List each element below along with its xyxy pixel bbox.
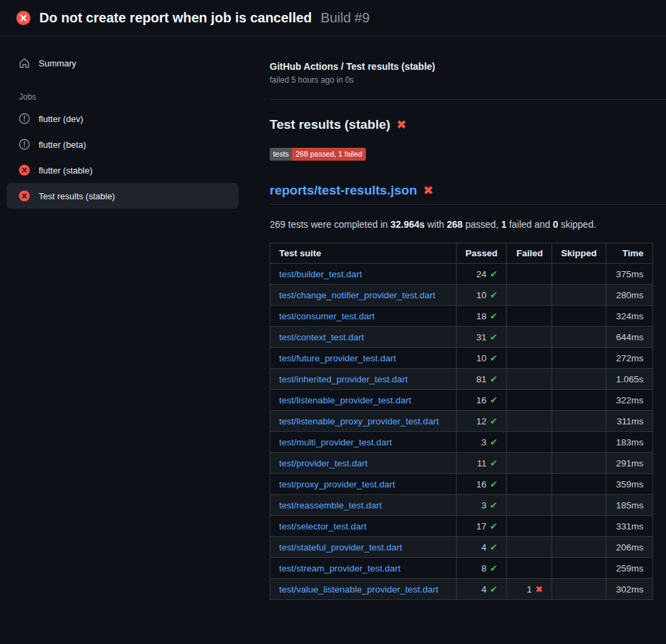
cell-test-suite: test/multi_provider_test.dart bbox=[270, 432, 457, 453]
cell-passed: 81✔ bbox=[457, 369, 507, 390]
sidebar: Summary Jobs flutter (dev)flutter (beta)… bbox=[0, 37, 254, 224]
summary-passed-count: 268 bbox=[447, 219, 463, 230]
test-table-body: test/builder_test.dart24✔375mstest/chang… bbox=[270, 264, 653, 600]
sidebar-job-label: flutter (dev) bbox=[39, 114, 83, 124]
cell-passed: 10✔ bbox=[457, 285, 507, 306]
summary-mid1: with bbox=[425, 219, 447, 230]
sidebar-job-item[interactable]: Test results (stable) bbox=[7, 183, 238, 209]
cell-passed: 8✔ bbox=[457, 558, 507, 579]
cell-skipped bbox=[552, 495, 606, 516]
test-suite-link[interactable]: test/change_notifier_provider_test.dart bbox=[279, 290, 435, 300]
test-suite-link[interactable]: test/multi_provider_test.dart bbox=[279, 437, 392, 447]
cell-passed: 11✔ bbox=[457, 453, 507, 474]
cell-time: 331ms bbox=[606, 516, 652, 537]
table-header-failed: Failed bbox=[507, 243, 552, 264]
test-suite-link[interactable]: test/stream_provider_test.dart bbox=[279, 563, 400, 573]
run-meta: failed 5 hours ago in 0s bbox=[270, 75, 666, 85]
check-icon: ✔ bbox=[490, 331, 497, 342]
test-results-table: Test suitePassedFailedSkippedTime test/b… bbox=[270, 243, 653, 600]
alert-circle-icon bbox=[19, 113, 30, 124]
sidebar-job-item[interactable]: flutter (dev) bbox=[7, 106, 238, 132]
test-suite-link[interactable]: test/listenable_proxy_provider_test.dart bbox=[279, 416, 439, 426]
cell-skipped bbox=[552, 558, 606, 579]
cell-failed bbox=[507, 453, 552, 474]
cell-test-suite: test/provider_test.dart bbox=[270, 453, 457, 474]
cell-failed bbox=[507, 432, 552, 453]
cell-test-suite: test/listenable_provider_test.dart bbox=[270, 390, 457, 411]
cell-skipped bbox=[552, 390, 606, 411]
cell-time: 259ms bbox=[606, 558, 652, 579]
check-icon: ✔ bbox=[490, 437, 497, 447]
cell-time: 291ms bbox=[606, 453, 652, 474]
cell-time: 183ms bbox=[606, 432, 652, 453]
table-row: test/context_test.dart31✔644ms bbox=[270, 327, 653, 348]
run-title: Do not create report when job is cancell… bbox=[39, 10, 312, 26]
sidebar-item-summary[interactable]: Summary bbox=[7, 52, 238, 75]
check-icon: ✔ bbox=[490, 563, 497, 573]
count-value: 10 bbox=[476, 290, 486, 300]
test-suite-link[interactable]: test/selector_test.dart bbox=[279, 521, 367, 531]
summary-duration: 32.964s bbox=[390, 219, 425, 230]
table-row: test/proxy_provider_test.dart16✔359ms bbox=[270, 474, 653, 495]
table-row: test/value_listenable_provider_test.dart… bbox=[270, 579, 653, 600]
test-suite-link[interactable]: test/proxy_provider_test.dart bbox=[279, 479, 395, 489]
test-suite-link[interactable]: test/context_test.dart bbox=[279, 332, 364, 342]
count-value: 4 bbox=[481, 584, 486, 595]
cell-skipped bbox=[552, 474, 606, 495]
table-row: test/stateful_provider_test.dart4✔206ms bbox=[270, 537, 653, 558]
count-value: 16 bbox=[476, 479, 486, 489]
test-suite-link[interactable]: test/inherited_provider_test.dart bbox=[279, 374, 408, 384]
cell-skipped bbox=[552, 537, 606, 558]
summary-line: 269 tests were completed in 32.964s with… bbox=[270, 219, 666, 230]
cell-time: 302ms bbox=[606, 579, 652, 600]
cell-test-suite: test/change_notifier_provider_test.dart bbox=[270, 285, 457, 306]
x-circle-icon bbox=[16, 11, 30, 25]
sidebar-job-item[interactable]: flutter (stable) bbox=[7, 157, 238, 183]
cell-failed bbox=[507, 537, 552, 558]
cell-failed bbox=[507, 516, 552, 537]
summary-mid3: failed and bbox=[507, 219, 554, 230]
cell-test-suite: test/listenable_proxy_provider_test.dart bbox=[270, 411, 457, 432]
cell-failed bbox=[507, 474, 552, 495]
check-run-title-text: Test results (stable) bbox=[270, 117, 390, 132]
test-suite-link[interactable]: test/value_listenable_provider_test.dart bbox=[279, 584, 438, 595]
check-icon: ✔ bbox=[490, 416, 497, 426]
test-suite-link[interactable]: test/consumer_test.dart bbox=[279, 311, 375, 321]
cell-time: 1.065s bbox=[606, 369, 652, 390]
cell-test-suite: test/consumer_test.dart bbox=[270, 306, 457, 327]
table-row: test/selector_test.dart17✔331ms bbox=[270, 516, 653, 537]
sidebar-job-label: flutter (beta) bbox=[39, 140, 86, 150]
count-value: 81 bbox=[476, 374, 486, 384]
alert-circle-icon bbox=[19, 139, 30, 150]
test-suite-link[interactable]: test/listenable_provider_test.dart bbox=[279, 395, 411, 405]
cell-skipped bbox=[552, 432, 606, 453]
test-suite-link[interactable]: test/future_provider_test.dart bbox=[279, 353, 396, 363]
check-run-title: Test results (stable) ✖ bbox=[270, 117, 666, 132]
check-icon: ✔ bbox=[490, 584, 497, 595]
cell-failed bbox=[507, 306, 552, 327]
summary-suffix: skipped. bbox=[558, 219, 596, 230]
table-row: test/multi_provider_test.dart3✔183ms bbox=[270, 432, 653, 453]
badge-label: tests bbox=[270, 148, 292, 161]
cell-skipped bbox=[552, 348, 606, 369]
check-icon: ✔ bbox=[490, 353, 497, 363]
x-icon: ✖ bbox=[535, 584, 543, 595]
cell-passed: 18✔ bbox=[457, 306, 507, 327]
test-suite-link[interactable]: test/stateful_provider_test.dart bbox=[279, 542, 402, 552]
test-suite-link[interactable]: test/provider_test.dart bbox=[279, 458, 368, 468]
cell-time: 311ms bbox=[606, 411, 652, 432]
cell-time: 185ms bbox=[606, 495, 652, 516]
cell-passed: 3✔ bbox=[457, 432, 507, 453]
test-suite-link[interactable]: test/builder_test.dart bbox=[279, 269, 362, 279]
cell-test-suite: test/value_listenable_provider_test.dart bbox=[270, 579, 457, 600]
run-header: Do not create report when job is cancell… bbox=[0, 0, 666, 37]
report-file-link[interactable]: reports/test-results.json bbox=[270, 183, 417, 198]
table-row: test/listenable_proxy_provider_test.dart… bbox=[270, 411, 653, 432]
table-row: test/inherited_provider_test.dart81✔1.06… bbox=[270, 369, 653, 390]
check-icon: ✔ bbox=[490, 500, 497, 510]
table-row: test/builder_test.dart24✔375ms bbox=[270, 264, 653, 285]
sidebar-job-item[interactable]: flutter (beta) bbox=[7, 132, 238, 157]
cell-skipped bbox=[552, 369, 606, 390]
test-suite-link[interactable]: test/reassemble_test.dart bbox=[279, 500, 382, 510]
badge-value: 268 passed, 1 failed bbox=[292, 148, 365, 161]
